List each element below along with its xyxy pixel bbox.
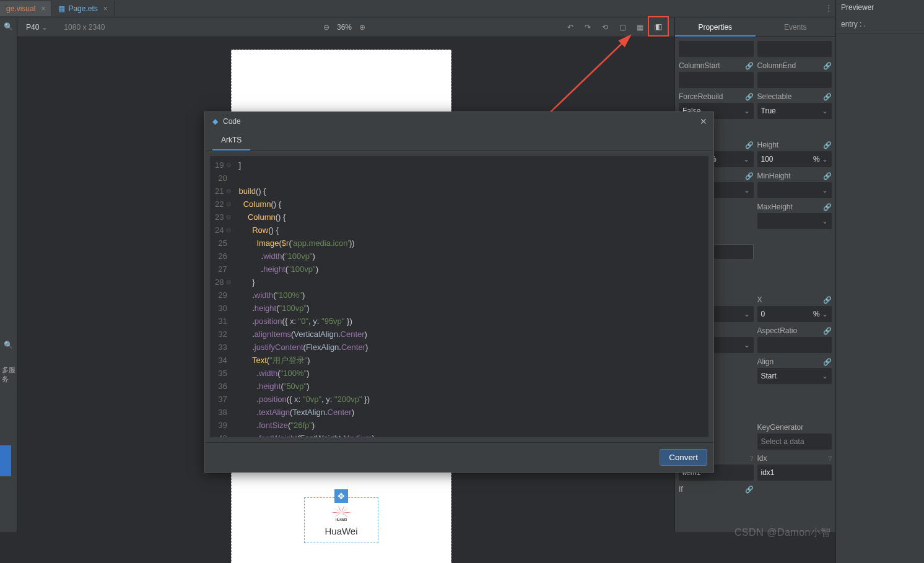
search-icon[interactable]: 🔍 [4, 341, 14, 349]
close-icon[interactable]: ✕ [700, 116, 707, 126]
rotate-icon[interactable]: ⟲ [599, 22, 611, 33]
huawei-label: HuaWei [311, 526, 372, 536]
link-icon[interactable]: 🔗 [745, 486, 754, 494]
link-icon[interactable]: 🔗 [823, 203, 832, 211]
modal-title: Code [223, 117, 241, 126]
prop-label: Align [757, 357, 774, 366]
tab-arkts[interactable]: ArkTS [212, 131, 250, 151]
prop-label: Selectable [757, 92, 792, 101]
prop-select[interactable]: ⌄ [757, 182, 832, 198]
prop-select[interactable]: True⌄ [757, 103, 832, 119]
zoom-value: 36% [337, 23, 352, 32]
tab-properties[interactable]: Properties [675, 17, 756, 37]
tab-events[interactable]: Events [756, 17, 836, 37]
prop-label: MaxHeight [757, 203, 793, 211]
side-indicator [0, 445, 11, 476]
convert-button[interactable]: Convert [660, 449, 707, 466]
chevron-down-icon: ⌄ [41, 23, 48, 32]
entry-label: entry : . [841, 20, 866, 28]
watermark: CSDN @Damon小智 [734, 526, 831, 539]
prop-label: ColumnStart [679, 61, 720, 70]
link-icon[interactable]: 🔗 [745, 62, 754, 70]
grid-icon[interactable]: ▦ [634, 22, 645, 33]
prop-input[interactable]: idx1 [757, 465, 832, 481]
prop-select[interactable]: ⌄ [757, 213, 832, 229]
prop-label: Idx [757, 454, 767, 463]
code-panel-icon: ◧ [655, 22, 662, 31]
code-lines: ] build() { Column() { Column() { Row() … [233, 156, 379, 437]
link-icon[interactable]: 🔗 [823, 172, 832, 180]
undo-icon[interactable]: ↶ [565, 22, 576, 33]
prop-label: ColumnEnd [757, 61, 796, 70]
chevron-down-icon: ⌄ [822, 186, 828, 194]
entry-selector[interactable]: entry : . [836, 15, 924, 34]
zoom-in-icon[interactable]: ⊕ [357, 22, 368, 33]
search-icon[interactable]: 🔍 [4, 22, 14, 31]
info-icon[interactable]: ? [749, 455, 753, 462]
deveco-icon: ◆ [212, 117, 218, 126]
device-selector[interactable]: P40 ⌄ [22, 23, 51, 32]
link-icon[interactable]: 🔗 [745, 141, 754, 149]
kebab-icon[interactable]: ⋮ [825, 4, 832, 12]
code-modal: ◆ Code ✕ ArkTS 19 ⊖20 21 ⊖22 ⊖23 ⊖24 ⊖25… [204, 111, 714, 473]
file-tab-visual[interactable]: ge.visual × [0, 1, 52, 16]
device-dimensions: 1080 x 2340 [64, 23, 105, 32]
link-icon[interactable]: 🔗 [823, 358, 832, 366]
prop-value: Select a data [761, 437, 804, 446]
previewer-sidebar: Previewer entry : . [835, 0, 924, 563]
prop-label: If [679, 485, 683, 494]
chevron-down-icon: ⌄ [744, 107, 750, 115]
chevron-down-icon: ⌄ [744, 341, 750, 349]
redo-icon[interactable]: ↷ [582, 22, 593, 33]
prop-input[interactable] [757, 72, 832, 88]
prop-input[interactable] [757, 41, 832, 57]
zoom-out-icon[interactable]: ⊖ [321, 22, 332, 33]
left-tool-strip: 🔍 🔍 多服务 [0, 17, 17, 532]
prop-select[interactable]: Start⌄ [757, 368, 832, 384]
chevron-down-icon: ⌄ [744, 310, 750, 318]
prop-value: idx1 [761, 468, 775, 477]
close-icon[interactable]: × [41, 4, 45, 13]
chevron-down-icon: ⌄ [822, 217, 828, 225]
prop-label: Height [757, 141, 779, 149]
prop-label: ForceRebuild [679, 92, 723, 101]
file-tab-bar: ge.visual × ▦ Page.ets × ⋮ [0, 0, 924, 17]
prop-value: True [761, 107, 776, 115]
prop-input[interactable]: 0% ⌄ [757, 306, 832, 322]
info-icon[interactable]: ? [828, 455, 832, 462]
canvas-toolbar: P40 ⌄ 1080 x 2340 ⊖ 36% ⊕ ↶ ↷ ⟲ ▢ ▦ ◻ ◧ [17, 17, 674, 37]
close-icon[interactable]: × [103, 4, 108, 13]
code-toggle-highlighted[interactable]: ◧ [648, 16, 669, 37]
link-icon[interactable]: 🔗 [823, 62, 832, 70]
prop-input[interactable]: 100% ⌄ [757, 151, 832, 167]
huawei-logo-icon: HUAWEI [329, 504, 353, 522]
link-icon[interactable]: 🔗 [823, 327, 832, 335]
prop-select[interactable]: Select a data [757, 434, 832, 450]
prop-label: AspectRatio [757, 326, 798, 335]
prop-value: 100 [761, 155, 774, 164]
link-icon[interactable]: 🔗 [823, 93, 832, 101]
ets-icon: ▦ [58, 4, 65, 13]
file-tab-page[interactable]: ▦ Page.ets × [52, 1, 114, 16]
svg-text:HUAWEI: HUAWEI [336, 518, 347, 522]
prop-label: KeyGenerator [757, 423, 804, 432]
device-frame-icon[interactable]: ▢ [617, 22, 628, 33]
unit: % [813, 155, 820, 164]
link-icon[interactable]: 🔗 [823, 296, 832, 304]
side-text: 多服务 [2, 365, 17, 384]
huawei-card[interactable]: ✥ HUAWEI HuaWei [304, 497, 378, 543]
prop-input[interactable] [679, 41, 754, 57]
code-editor[interactable]: 19 ⊖20 21 ⊖22 ⊖23 ⊖24 ⊖25 26 27 28 ⊖29 3… [210, 156, 708, 437]
prop-input[interactable] [757, 337, 832, 353]
unit: % [813, 310, 820, 318]
move-handle-icon[interactable]: ✥ [334, 489, 348, 503]
link-icon[interactable]: 🔗 [745, 93, 754, 101]
prop-input[interactable] [679, 72, 754, 88]
file-tab-label: ge.visual [6, 4, 35, 13]
prop-label: MinHeight [757, 172, 791, 180]
device-label: P40 [26, 23, 39, 32]
phone-preview-bottom: ✥ HUAWEI HuaWei [231, 472, 451, 563]
prop-value: 0 [761, 310, 765, 318]
link-icon[interactable]: 🔗 [823, 141, 832, 149]
link-icon[interactable]: 🔗 [745, 172, 754, 180]
